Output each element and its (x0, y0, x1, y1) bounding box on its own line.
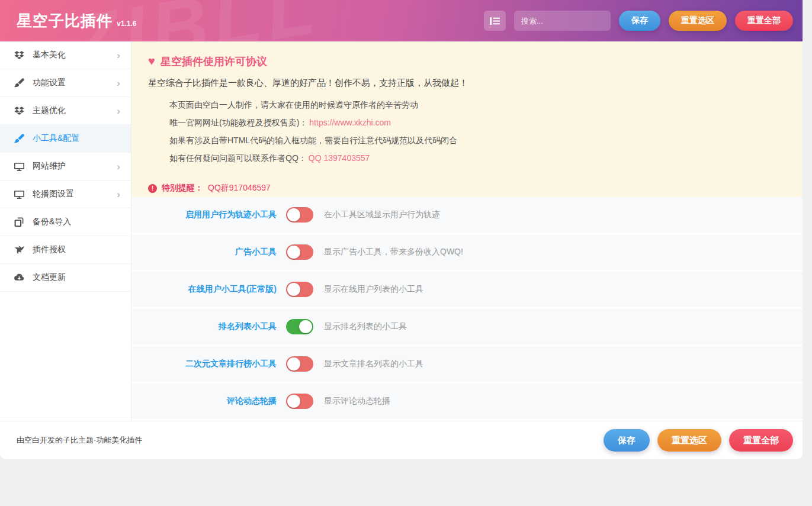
toggle-knob (287, 208, 300, 221)
notice-line: 唯一官网网址(功能教程及授权售卖)：https://www.xkzhi.com (169, 118, 786, 128)
sidebar-item[interactable]: 功能设置 (0, 69, 131, 97)
app-body: 基本美化 功能设置 主题优化 小工具&配置 网站维护 轮播图设置 备份&导入 插… (0, 41, 803, 421)
setting-description: 显示排名列表的小工具 (324, 321, 407, 332)
setting-label: 排名列表小工具 (131, 321, 277, 332)
plugin-settings-card: ZIBLL 星空子比插件 v1.1.6 保存 重置选区 重置全部 基本美化 功能… (0, 0, 803, 459)
sidebar-item[interactable]: 网站维护 (0, 153, 131, 181)
reset-all-button[interactable]: 重置全部 (735, 11, 793, 31)
setting-label: 评论动态轮播 (131, 396, 277, 407)
special-reminder: 特别提醒： QQ群917046597 (148, 183, 786, 194)
toggle-switch[interactable] (286, 319, 313, 334)
copy-icon (14, 217, 24, 227)
notice-line-text: 如果有涉及自带HTML代码的输入框功能，需要自行注意代码规范以及代码闭合 (169, 136, 457, 145)
dove-icon (14, 245, 24, 255)
sidebar-item-label: 功能设置 (33, 78, 117, 88)
toggle-switch[interactable] (286, 282, 313, 297)
notice-title-row: 星空插件使用许可协议 (148, 54, 786, 69)
notice-link[interactable]: https://www.xkzhi.com (309, 118, 391, 127)
notice-line: 如有任何疑问问题可以联系作者QQ：QQ 1397403557 (169, 153, 786, 164)
app-title: 星空子比插件 (17, 11, 113, 31)
footer-reset-all-button[interactable]: 重置全部 (729, 429, 793, 452)
sidebar-item[interactable]: 主题优化 (0, 97, 131, 125)
notice-lines: 本页面由空白一人制作，请大家在使用的时候遵守原作者的辛苦劳动唯一官网网址(功能教… (169, 100, 786, 164)
setting-row: 排名列表小工具 显示排名列表的小工具 (131, 309, 803, 344)
setting-label: 在线用户小工具(正常版) (131, 284, 277, 295)
toggle-switch[interactable] (286, 207, 313, 223)
setting-row: 启用用户行为轨迹小工具 在小工具区域显示用户行为轨迹 (131, 197, 803, 233)
desktop-icon (14, 189, 24, 199)
sidebar-item[interactable]: 基本美化 (0, 41, 131, 69)
sidebar-item[interactable]: 文档更新 (0, 264, 131, 292)
toggle-switch[interactable] (286, 244, 313, 260)
footer-actions: 保存 重置选区 重置全部 (604, 429, 793, 452)
list-indent-icon (490, 17, 500, 25)
sidebar: 基本美化 功能设置 主题优化 小工具&配置 网站维护 轮播图设置 备份&导入 插… (0, 41, 131, 421)
special-reminder-label: 特别提醒： (162, 183, 203, 194)
sidebar-item-label: 网站维护 (33, 161, 117, 172)
brush-icon (14, 78, 24, 88)
sidebar-item-label: 备份&导入 (33, 217, 120, 227)
sidebar-item-label: 文档更新 (33, 272, 120, 283)
desktop-icon (14, 162, 24, 172)
notice-link[interactable]: QQ 1397403557 (309, 153, 370, 163)
brush-icon (14, 134, 24, 144)
sidebar-item-label: 基本美化 (33, 50, 117, 60)
sidebar-item[interactable]: 轮播图设置 (0, 181, 131, 208)
sidebar-item-label: 小工具&配置 (33, 133, 120, 144)
cube-icon (14, 106, 24, 116)
footer-text: 由空白开发的子比主题·功能美化插件 (17, 435, 142, 446)
settings-list: 启用用户行为轨迹小工具 在小工具区域显示用户行为轨迹 广告小工具 显示广告小工具… (131, 197, 803, 419)
toggle-switch[interactable] (286, 394, 313, 409)
save-button[interactable]: 保存 (619, 11, 660, 31)
toggle-knob (299, 320, 312, 333)
setting-description: 显示文章排名列表的小工具 (324, 359, 423, 369)
reset-section-button[interactable]: 重置选区 (669, 11, 727, 31)
chevron-right-icon (117, 106, 120, 116)
heart-icon (148, 55, 155, 68)
header: ZIBLL 星空子比插件 v1.1.6 保存 重置选区 重置全部 (0, 0, 803, 41)
sidebar-item[interactable]: 小工具&配置 (0, 125, 131, 153)
footer-save-button[interactable]: 保存 (604, 429, 650, 452)
setting-label: 启用用户行为轨迹小工具 (131, 210, 277, 220)
sidebar-item[interactable]: 插件授权 (0, 236, 131, 264)
toggle-switch[interactable] (286, 356, 313, 372)
menu-list-button[interactable] (484, 11, 506, 31)
toggle-knob (287, 395, 300, 408)
notice-line: 如果有涉及自带HTML代码的输入框功能，需要自行注意代码规范以及代码闭合 (169, 136, 786, 146)
cloud-download-icon (14, 273, 24, 283)
toggle-knob (287, 246, 300, 259)
special-reminder-value: QQ群917046597 (208, 183, 271, 194)
sidebar-item[interactable]: 备份&导入 (0, 208, 131, 236)
toggle-knob (287, 357, 300, 370)
setting-row: 在线用户小工具(正常版) 显示在线用户列表的小工具 (131, 272, 803, 307)
setting-row: 评论动态轮播 显示评论动态轮播 (131, 383, 803, 419)
setting-label: 广告小工具 (131, 247, 277, 257)
notice-line: 本页面由空白一人制作，请大家在使用的时候遵守原作者的辛苦劳动 (169, 100, 786, 111)
notice-line-text: 如有任何疑问问题可以联系作者QQ： (169, 153, 307, 163)
toggle-knob (287, 283, 300, 296)
notice-intro: 星空综合子比插件是一款良心、厚道的好产品！创作不易，支持正版，从我做起！ (148, 78, 786, 89)
header-toolbar: 保存 重置选区 重置全部 (484, 11, 793, 31)
setting-description: 显示评论动态轮播 (324, 396, 390, 407)
setting-row: 广告小工具 显示广告小工具，带来多份收入QWQ! (131, 234, 803, 270)
sidebar-item-label: 轮播图设置 (33, 189, 117, 199)
setting-description: 显示广告小工具，带来多份收入QWQ! (324, 247, 463, 257)
exclamation-circle-icon (148, 184, 157, 193)
notice-title: 星空插件使用许可协议 (161, 54, 267, 69)
setting-description: 显示在线用户列表的小工具 (324, 284, 423, 295)
setting-row: 二次元文章排行榜小工具 显示文章排名列表的小工具 (131, 346, 803, 382)
footer: 由空白开发的子比主题·功能美化插件 保存 重置选区 重置全部 (0, 421, 803, 459)
notice-line-text: 唯一官网网址(功能教程及授权售卖)： (169, 118, 307, 127)
cube-icon (14, 50, 24, 60)
setting-label: 二次元文章排行榜小工具 (131, 359, 277, 369)
setting-description: 在小工具区域显示用户行为轨迹 (324, 210, 440, 220)
chevron-right-icon (117, 50, 120, 60)
chevron-right-icon (117, 78, 120, 88)
sidebar-item-label: 插件授权 (33, 244, 120, 255)
header-title-group: 星空子比插件 v1.1.6 (17, 11, 136, 31)
chevron-right-icon (117, 189, 120, 199)
search-input[interactable] (514, 11, 611, 31)
license-notice: 星空插件使用许可协议 星空综合子比插件是一款良心、厚道的好产品！创作不易，支持正… (131, 41, 803, 197)
main-content: 星空插件使用许可协议 星空综合子比插件是一款良心、厚道的好产品！创作不易，支持正… (131, 41, 803, 421)
footer-reset-section-button[interactable]: 重置选区 (657, 429, 721, 452)
